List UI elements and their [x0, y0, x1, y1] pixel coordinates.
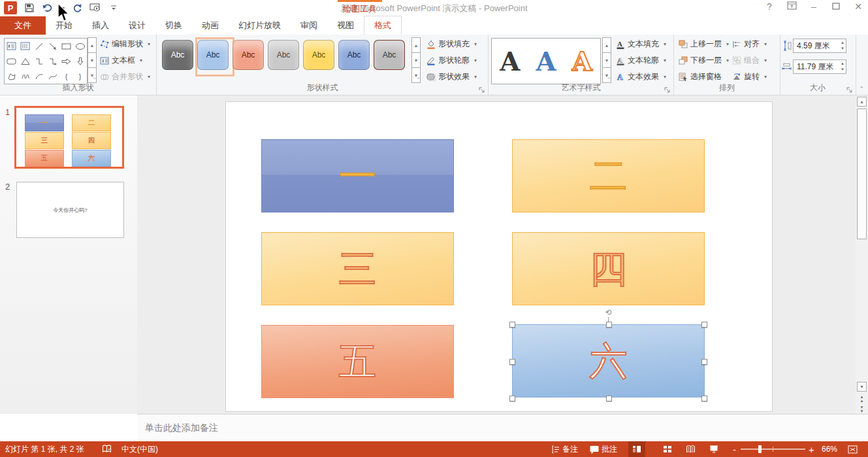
zoom-slider-thumb[interactable] [758, 445, 762, 453]
wordart-style-blue[interactable]: A [536, 48, 556, 75]
scroll-down-icon[interactable]: ▼ [857, 382, 867, 392]
shape-style-light-gray[interactable]: Abc [268, 40, 299, 70]
start-slideshow-icon[interactable] [89, 2, 101, 14]
shape-effects-button[interactable]: 形状效果▾ [426, 71, 477, 82]
gallery-up-icon[interactable]: ▲ [88, 37, 97, 53]
tab-format-active[interactable]: 格式 [364, 16, 402, 35]
normal-view-button[interactable] [628, 441, 645, 457]
zoom-in-button[interactable]: + [809, 441, 814, 457]
slide-shape-5[interactable]: 五 [261, 325, 454, 398]
oval-icon[interactable] [75, 42, 86, 50]
zoom-level[interactable]: 66% [822, 441, 837, 457]
collapse-ribbon-icon[interactable]: ⌃ [859, 86, 864, 92]
rotate-handle-icon[interactable]: ⟲ [604, 309, 613, 317]
slide2-thumbnail[interactable]: 今天你开心吗? [16, 182, 124, 238]
notes-pane[interactable]: 单击此处添加备注 [137, 414, 868, 442]
wordart-down-icon[interactable]: ▼ [602, 52, 611, 68]
reading-view-button[interactable] [682, 441, 699, 457]
wordart-gallery[interactable]: A A A [491, 38, 601, 84]
selection-handle-s[interactable] [606, 396, 612, 401]
save-icon[interactable] [24, 2, 35, 14]
minimize-icon[interactable]: – [808, 1, 820, 12]
comments-toggle-button[interactable]: 批注 [590, 441, 617, 457]
maximize-icon[interactable] [830, 1, 842, 12]
customize-qat-icon[interactable] [108, 2, 120, 14]
rectangle-icon[interactable] [61, 42, 71, 50]
text-box-button[interactable]: 文本框▾ [99, 55, 142, 66]
shape-style-dark-gray[interactable]: Abc [162, 40, 193, 70]
selection-handle-nw[interactable] [509, 322, 515, 328]
left-brace-icon[interactable]: { [59, 69, 73, 84]
selection-handle-sw[interactable] [509, 396, 515, 401]
elbow-arrow-connector-icon[interactable] [48, 58, 57, 65]
scrollbar-thumb[interactable] [857, 109, 867, 239]
selection-pane-button[interactable]: 选择窗格 [678, 71, 722, 82]
isosceles-triangle-icon[interactable] [21, 58, 30, 65]
height-spinner-icons[interactable]: ▲▼ [841, 40, 844, 52]
slide-shape-3[interactable]: 三 [261, 232, 454, 305]
slide-shape-2[interactable]: 二 [512, 139, 705, 212]
language-indicator[interactable]: 中文(中国) [121, 441, 158, 457]
line-icon[interactable] [35, 42, 44, 51]
shape-styles-dialog-launcher-icon[interactable] [479, 86, 485, 93]
bring-forward-button[interactable]: 上移一层▾ [678, 39, 729, 50]
undo-dropdown-icon[interactable]: ▾ [62, 5, 65, 11]
freeform-icon[interactable] [7, 73, 16, 80]
slide-shape-1[interactable]: 一 [261, 139, 454, 212]
slide-sorter-view-button[interactable] [658, 441, 675, 457]
shape-width-field[interactable]: 11.79 厘米 ▲▼ [793, 59, 846, 74]
shape-style-yellow[interactable]: Abc [303, 40, 334, 70]
merge-shapes-button[interactable]: 合并形状▾ [99, 71, 150, 82]
selection-handle-e[interactable] [701, 359, 707, 365]
tab-file[interactable]: 文件 [0, 16, 46, 35]
slide-shape-6-selected[interactable]: 六 [512, 324, 705, 398]
shape-style-light-blue-selected[interactable]: Abc [197, 40, 229, 70]
line-arrow-icon[interactable] [48, 42, 57, 51]
shape-outline-button[interactable]: 形状轮廓▾ [426, 55, 477, 66]
vertical-text-box-icon[interactable] [20, 42, 30, 50]
next-slide-icon[interactable]: ▼▼ [857, 405, 867, 415]
edit-shape-button[interactable]: 编辑形状▾ [99, 39, 150, 50]
slide1-thumbnail[interactable]: 一 二 三 四 五 六 [14, 106, 124, 169]
slideshow-view-button[interactable] [705, 441, 722, 457]
scribble-icon[interactable] [21, 73, 30, 80]
curve-icon[interactable] [48, 73, 57, 80]
styles-up-icon[interactable]: ▲ [411, 37, 421, 53]
elbow-connector-icon[interactable] [35, 58, 44, 65]
shape-style-orange[interactable]: Abc [233, 40, 264, 70]
align-button[interactable]: 对齐▾ [731, 39, 767, 50]
rotate-button[interactable]: 旋转▾ [731, 71, 767, 82]
tab-home[interactable]: 开始 [46, 16, 82, 35]
tab-slideshow[interactable]: 幻灯片放映 [229, 16, 291, 35]
wordart-more-icon[interactable]: ▼̲ [602, 67, 611, 83]
text-outline-button[interactable]: A 文本轮廓▾ [615, 55, 666, 66]
rounded-rectangle-icon[interactable] [7, 58, 16, 65]
width-spinner-icons[interactable]: ▲▼ [841, 61, 844, 73]
text-effects-button[interactable]: A 文本效果▾ [615, 71, 666, 82]
group-button[interactable]: 组合▾ [731, 55, 767, 66]
help-icon[interactable]: ? [764, 1, 775, 12]
right-arrow-icon[interactable] [61, 58, 71, 65]
wordart-style-black[interactable]: A [500, 48, 520, 75]
right-brace-icon[interactable]: } [73, 69, 87, 84]
wordart-dialog-launcher-icon[interactable] [664, 86, 671, 93]
gallery-more-icon[interactable]: ▼̲ [88, 67, 97, 83]
tab-review[interactable]: 审阅 [291, 16, 327, 35]
arc-icon[interactable] [35, 73, 44, 80]
close-icon[interactable]: ✕ [852, 1, 864, 12]
styles-down-icon[interactable]: ▼ [411, 52, 421, 68]
redo-icon[interactable] [71, 2, 83, 14]
fit-to-window-icon[interactable] [848, 441, 858, 457]
notes-placeholder[interactable]: 单击此处添加备注 [145, 422, 218, 434]
slide-shape-4[interactable]: 四 [512, 232, 705, 305]
selection-handle-n[interactable] [606, 322, 612, 328]
text-fill-button[interactable]: A 文本填充▾ [615, 39, 666, 50]
previous-slide-icon[interactable]: ▲▲ [857, 395, 867, 404]
selection-handle-w[interactable] [509, 359, 515, 365]
undo-icon[interactable] [42, 2, 54, 14]
slide-counter[interactable]: 幻灯片 第 1 张, 共 2 张 [5, 441, 84, 457]
tab-design[interactable]: 设计 [119, 16, 155, 35]
wordart-style-orange-outline[interactable]: A [572, 48, 592, 75]
zoom-out-button[interactable]: - [733, 441, 736, 457]
tab-view[interactable]: 视图 [327, 16, 364, 35]
